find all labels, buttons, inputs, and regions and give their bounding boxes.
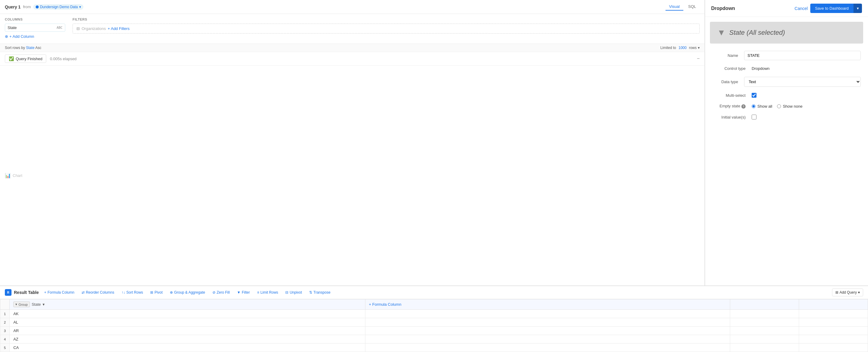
column-header-state[interactable]: ▾ Group State ▾: [10, 299, 365, 310]
table-row: 2 AL: [0, 318, 868, 327]
collapse-button[interactable]: −: [697, 56, 700, 61]
table-container: ▾ Group State ▾ + Formula Column: [0, 299, 868, 352]
tab-visual[interactable]: Visual: [665, 3, 683, 10]
row-cell-empty-1: [365, 318, 730, 327]
sort-icon: ↑↓: [122, 290, 125, 295]
empty-col-header-2: [799, 299, 868, 310]
chart-area: 📊 Chart: [0, 66, 705, 286]
pivot-button[interactable]: ⊞ Pivot: [148, 289, 164, 296]
add-filter-button[interactable]: + Add Filters: [107, 26, 130, 31]
column-type-badge: ABC: [57, 26, 63, 30]
right-panel: Dropdown Cancel Save to Dashboard ▾ ▼ St…: [705, 0, 868, 286]
table-row: 1 AK: [0, 310, 868, 318]
empty-state-show-none-radio[interactable]: [777, 104, 781, 108]
empty-state-radio-group: Show all Show none: [752, 104, 802, 109]
empty-state-show-none-option[interactable]: Show none: [777, 104, 802, 109]
zero-fill-icon: ⊘: [213, 290, 216, 295]
filter-table-icon: ⊟: [76, 26, 80, 31]
data-table: ▾ Group State ▾ + Formula Column: [0, 299, 868, 352]
sort-direction: Asc: [35, 46, 41, 50]
empty-col-header-1: [730, 299, 799, 310]
multiselect-checkbox[interactable]: [752, 93, 756, 98]
limit-num[interactable]: 1000: [679, 46, 687, 50]
group-aggregate-button[interactable]: ⊕ Group & Aggregate: [168, 289, 207, 296]
datasource-badge[interactable]: Dundersign Demo Data ▾: [33, 4, 83, 10]
reorder-columns-button[interactable]: ⇄ Reorder Columns: [80, 289, 116, 296]
panel-title: Dropdown: [711, 6, 735, 11]
row-cell-state: AK: [10, 310, 365, 318]
name-label: Name: [712, 53, 744, 58]
multiselect-label: Multi-select: [712, 93, 752, 98]
status-bar: ✅ Query Finished 0.005s elapsed −: [0, 52, 705, 66]
filters-label: Filters: [72, 18, 700, 21]
filter-placeholder: Organizations: [82, 26, 106, 31]
add-formula-column-label[interactable]: + Formula Column: [369, 302, 401, 306]
limit-suffix: rows: [689, 46, 696, 50]
query-body: Columns State ABC ⊕ + Add Column Filters: [0, 14, 705, 43]
unpivot-icon: ⊟: [285, 290, 288, 295]
initial-values-checkbox[interactable]: [752, 115, 756, 119]
form-row-empty-state: Empty state ? Show all Show none: [712, 104, 861, 109]
cancel-button[interactable]: Cancel: [795, 6, 808, 11]
name-input[interactable]: [744, 51, 861, 60]
filter-preview-title: State (All selected): [729, 29, 785, 37]
row-num-header: [0, 299, 10, 310]
row-number: 5: [0, 344, 10, 352]
sort-text: Sort rows by: [5, 46, 25, 50]
sort-column-link[interactable]: State: [26, 46, 34, 50]
limit-rows-button[interactable]: ≡ Limit Rows: [255, 289, 280, 296]
sort-rows-button[interactable]: ↑↓ Sort Rows: [120, 289, 145, 296]
row-cell-empty-2: [730, 327, 799, 335]
limit-info: Limited to 1000 rows ▾: [660, 46, 700, 50]
add-query-label: Add Query: [840, 290, 857, 295]
row-cell-empty-3: [799, 344, 868, 352]
control-type-value: Dropdown: [752, 66, 861, 71]
filter-button[interactable]: ▼ Filter: [235, 289, 252, 296]
empty-state-label: Empty state ?: [712, 104, 752, 109]
formula-column-header[interactable]: + Formula Column: [365, 299, 730, 310]
formula-column-button[interactable]: + Formula Column: [42, 289, 76, 296]
table-row: 4 AZ: [0, 335, 868, 344]
zero-fill-button[interactable]: ⊘ Zero Fill: [211, 289, 231, 296]
row-cell-empty-2: [730, 310, 799, 318]
sort-info: Sort rows by State Asc: [5, 46, 41, 50]
row-number: 4: [0, 335, 10, 344]
query-title-area: Query 1 from Dundersign Demo Data ▾: [5, 4, 84, 10]
limit-text: Limited to: [660, 46, 676, 50]
datasource-name: Dundersign Demo Data: [40, 5, 78, 9]
result-table-title: Result Table: [14, 290, 39, 295]
query-from-text: from: [23, 4, 31, 9]
result-title-area: R Result Table: [5, 289, 39, 296]
dropdown-form: Name Control type Dropdown Data type Tex…: [705, 49, 868, 128]
query-builder: Query 1 from Dundersign Demo Data ▾ Visu…: [0, 0, 705, 286]
form-row-multiselect: Multi-select: [712, 93, 861, 98]
save-dropdown-arrow[interactable]: ▾: [854, 4, 862, 13]
plus-circle-icon: ⊕: [5, 34, 8, 39]
add-column-button[interactable]: ⊕ + Add Column: [5, 33, 34, 40]
query-columns-filters-row: Columns State ABC ⊕ + Add Column Filters: [5, 18, 700, 40]
row-cell-empty-3: [799, 327, 868, 335]
unpivot-button[interactable]: ⊟ Unpivot: [283, 289, 304, 296]
row-cell-empty-1: [365, 327, 730, 335]
row-cell-state: CA: [10, 344, 365, 352]
form-row-control-type: Control type Dropdown: [712, 66, 861, 71]
column-pill-state: State ABC: [5, 24, 65, 32]
add-column-label: + Add Column: [9, 34, 34, 39]
datasource-chevron-icon: ▾: [79, 5, 81, 9]
add-query-arrow-icon: ▾: [858, 290, 860, 295]
column-name: State: [7, 25, 17, 30]
reorder-icon: ⇄: [82, 290, 85, 295]
save-to-dashboard-button[interactable]: Save to Dashboard: [810, 4, 854, 13]
transpose-button[interactable]: ⇅ Transpose: [307, 289, 332, 296]
tab-sql[interactable]: SQL: [685, 3, 700, 10]
result-table-icon: R: [5, 289, 11, 296]
add-query-button[interactable]: ⊞ Add Query ▾: [832, 289, 863, 296]
empty-state-show-all-option[interactable]: Show all: [752, 104, 772, 109]
state-column-header-label: State: [32, 302, 41, 306]
group-header-state: ▾ Group State ▾: [13, 301, 361, 307]
empty-state-help-icon[interactable]: ?: [741, 104, 746, 109]
data-type-select[interactable]: Text Number Date: [744, 77, 861, 87]
save-button-group: Save to Dashboard ▾: [810, 4, 862, 13]
row-cell-empty-2: [730, 318, 799, 327]
empty-state-show-all-radio[interactable]: [752, 104, 755, 108]
